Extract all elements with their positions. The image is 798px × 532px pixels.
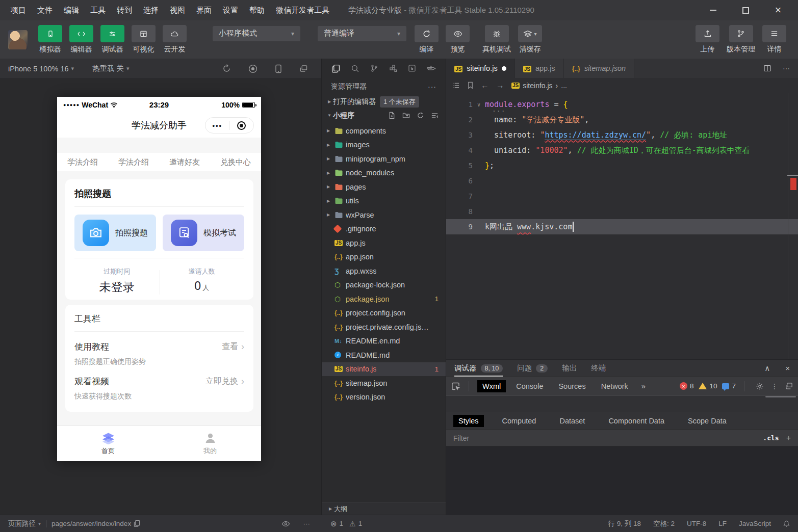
- tree-item[interactable]: {..}project.config.json: [322, 306, 446, 321]
- page-path-value[interactable]: pages/answer/index/index: [52, 520, 140, 527]
- tree-item[interactable]: Ʒapp.wxss: [322, 264, 446, 278]
- extensions-icon[interactable]: [389, 64, 397, 72]
- styles-content-area[interactable]: [446, 446, 798, 515]
- code-line[interactable]: 4 uniacid: "10002", // 此处为商城ID，可在超管后台-商城…: [446, 143, 798, 158]
- menu-item[interactable]: 设置: [217, 6, 244, 15]
- devtools-tab-sources[interactable]: Sources: [553, 380, 590, 392]
- add-class-icon[interactable]: +: [786, 434, 791, 443]
- language-mode[interactable]: JavaScript: [739, 520, 771, 527]
- forward-icon[interactable]: →: [496, 81, 504, 90]
- tool-row[interactable]: 观看视频立即兑换›快速获得搜题次数: [74, 376, 244, 401]
- record-stop-icon[interactable]: [248, 64, 258, 73]
- snippet-icon[interactable]: [408, 64, 416, 72]
- tree-item[interactable]: ▶components: [322, 124, 446, 138]
- toolbar-button-code[interactable]: 编辑器: [69, 25, 93, 54]
- multi-window-icon[interactable]: [299, 65, 308, 72]
- upload-button[interactable]: 上传: [696, 25, 719, 54]
- tool-row-action[interactable]: 立即兑换: [205, 376, 238, 387]
- version-control-button[interactable]: 版本管理: [727, 25, 755, 54]
- menu-item[interactable]: 帮助: [244, 6, 270, 15]
- preview-button[interactable]: 预览: [446, 25, 470, 54]
- eye-icon[interactable]: [281, 521, 290, 527]
- phone-frame-icon[interactable]: [275, 64, 282, 73]
- menu-item[interactable]: 文件: [32, 6, 58, 15]
- outline-list-icon[interactable]: [452, 82, 460, 89]
- dock-side-icon[interactable]: [785, 382, 793, 390]
- refresh-icon[interactable]: [417, 112, 424, 119]
- tabbar-item-home[interactable]: 首页: [57, 426, 159, 461]
- tree-item[interactable]: JSsiteinfo.js1: [322, 362, 446, 377]
- minimize-button[interactable]: [705, 3, 720, 18]
- bell-icon[interactable]: [783, 520, 790, 527]
- mode-select[interactable]: 小程序模式 ▾: [213, 26, 300, 41]
- problems-errors[interactable]: ⊗ 1: [330, 519, 343, 528]
- code-line[interactable]: 9k网出品 www.kjsv.com: [446, 219, 798, 234]
- scrollbar-overview-ruler[interactable]: [788, 93, 798, 359]
- tree-item[interactable]: M↓README.en.md: [322, 334, 446, 349]
- phone-top-tab[interactable]: 学法介绍: [108, 157, 159, 167]
- styles-tab[interactable]: Dataset: [554, 415, 590, 427]
- devtools-tab-wxml[interactable]: Wxml: [477, 380, 506, 392]
- device-select[interactable]: iPhone 5 100% 16 ▾: [8, 65, 74, 73]
- camera-action-button[interactable]: 拍照搜题: [74, 215, 156, 251]
- tree-item[interactable]: .gitignore: [322, 222, 446, 236]
- breadcrumb-file[interactable]: JS siteinfo.js › ...: [511, 82, 567, 90]
- clear-cache-button[interactable]: ▾ 清缓存: [518, 25, 542, 54]
- menu-item[interactable]: 工具: [85, 6, 111, 15]
- tree-item[interactable]: ▶images: [322, 138, 446, 152]
- cursor-position[interactable]: 行 9, 列 18: [608, 519, 641, 528]
- devtools-tab-console[interactable]: Console: [511, 380, 548, 392]
- search-icon[interactable]: [351, 64, 359, 73]
- more-actions-icon[interactable]: ···: [783, 64, 790, 72]
- toolbar-button-sliders[interactable]: 调试器: [100, 25, 124, 54]
- more-menu-button[interactable]: •••: [205, 122, 229, 129]
- split-editor-icon[interactable]: [763, 64, 771, 72]
- encoding[interactable]: UTF-8: [687, 520, 706, 527]
- menu-item[interactable]: 界面: [191, 6, 217, 15]
- project-section[interactable]: ▼ 小程序: [322, 109, 446, 122]
- debugger-tab[interactable]: 调试器8, 10: [454, 360, 503, 377]
- toolbar-button-layout[interactable]: 可视化: [132, 25, 156, 54]
- hot-reload-toggle[interactable]: 热重载 关 ▾: [92, 64, 130, 73]
- console-errors[interactable]: ×8: [680, 382, 694, 390]
- menu-item[interactable]: 项目: [5, 6, 32, 15]
- code-line[interactable]: 8: [446, 204, 798, 219]
- editor-tab[interactable]: {..}sitemap.json: [564, 59, 634, 78]
- tree-item[interactable]: ▶wxParse: [322, 208, 446, 222]
- tree-item[interactable]: ▶node_modules: [322, 166, 446, 180]
- rotate-icon[interactable]: [222, 64, 231, 73]
- console-warnings[interactable]: 10: [699, 382, 717, 390]
- toolbar-button-phone[interactable]: 模拟器: [38, 25, 62, 54]
- back-icon[interactable]: ←: [481, 81, 489, 90]
- fold-chevron-icon[interactable]: ∨: [473, 101, 485, 108]
- close-panel-icon[interactable]: ×: [785, 364, 790, 373]
- debugger-tab[interactable]: 输出: [562, 360, 577, 377]
- compile-button[interactable]: 编译: [415, 25, 439, 54]
- scrollbar-thumb[interactable]: [765, 396, 796, 397]
- tree-item[interactable]: ▶miniprogram_npm: [322, 152, 446, 166]
- editor-tab[interactable]: JSsiteinfo.js: [446, 59, 515, 78]
- menu-item[interactable]: 编辑: [58, 6, 85, 15]
- git-branch-icon[interactable]: [370, 64, 378, 72]
- menu-item[interactable]: 微信开发者工具: [270, 6, 335, 15]
- menu-item[interactable]: 视图: [164, 6, 191, 15]
- styles-tab[interactable]: Scope Data: [683, 415, 732, 427]
- collapse-all-icon[interactable]: [431, 112, 439, 119]
- devtools-tab-network[interactable]: Network: [596, 380, 633, 392]
- tree-item[interactable]: JSapp.js: [322, 236, 446, 250]
- open-editors-section[interactable]: ▶ 打开的编辑器 1 个未保存: [322, 95, 446, 109]
- tool-row[interactable]: 使用教程查看›拍照搜题正确使用姿势: [74, 341, 244, 366]
- menu-item[interactable]: 选择: [138, 6, 164, 15]
- tabbar-item-user[interactable]: 我的: [159, 426, 261, 461]
- wxml-tree-area[interactable]: [446, 395, 798, 412]
- tree-item[interactable]: {..}app.json: [322, 250, 446, 264]
- code-editor[interactable]: 1∨module.exports = {···2 name: "学法减分专业版"…: [446, 93, 798, 359]
- collapse-panel-icon[interactable]: ∧: [764, 364, 770, 373]
- code-line[interactable]: 5};: [446, 158, 798, 173]
- maximize-button[interactable]: [738, 3, 753, 18]
- bookmark-icon[interactable]: [467, 82, 474, 89]
- styles-tab[interactable]: Computed: [497, 415, 542, 427]
- problems-warnings[interactable]: ⚠ 1: [349, 520, 362, 528]
- phone-top-tab[interactable]: 兑换中心: [210, 157, 261, 167]
- docker-whale-icon[interactable]: [427, 65, 436, 72]
